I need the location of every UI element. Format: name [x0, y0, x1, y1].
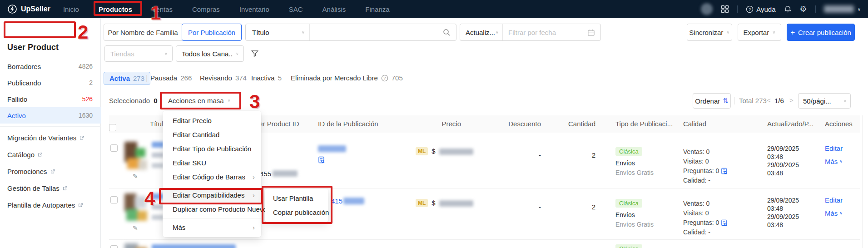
tab-label: Activa [109, 74, 130, 82]
sidebar-item-activo[interactable]: Activo 1630 [0, 107, 101, 124]
publication-id-prefix[interactable]: 415 [331, 197, 342, 205]
more-dropdown[interactable]: Más ∨ [825, 209, 860, 217]
row-checkbox[interactable] [110, 245, 118, 248]
nav-item-inicio[interactable]: Inicio [63, 5, 79, 13]
search-field-value: Título [252, 29, 269, 36]
sidebar-link-plantilla-autopartes[interactable]: Plantilla de Autopartes [0, 197, 101, 213]
view-questions-icon[interactable] [721, 168, 728, 175]
product-title-redacted[interactable] [152, 240, 236, 248]
menu-item-editar-codigo-barras[interactable]: Editar Código de Barras › [163, 170, 261, 184]
tab-activa[interactable]: Activa 273 [104, 72, 150, 85]
nav-item-finanza[interactable]: Finanza [365, 5, 389, 13]
nav-item-compras[interactable]: Compras [192, 5, 220, 13]
create-publication-label: Crear publicación [798, 29, 851, 36]
create-publication-button[interactable]: + Crear publicación [787, 24, 855, 41]
type-badge: Clásica [615, 199, 642, 208]
sidebar-link-migracion-variantes[interactable]: Migración de Variantes [0, 129, 101, 146]
stores-select[interactable]: Tiendas ∨ [104, 45, 173, 62]
nav-item-ventas[interactable]: Ventas [152, 5, 173, 13]
help-circle-icon[interactable]: ? [381, 74, 388, 82]
filter-funnel-icon[interactable] [251, 50, 259, 58]
menu-item-editar-sku[interactable]: Editar SKU [163, 156, 261, 170]
tab-revisando[interactable]: Revisando 374 [200, 74, 247, 82]
edit-link[interactable]: Editar [825, 196, 860, 204]
menu-item-mas[interactable]: Más › [163, 220, 261, 234]
edit-link[interactable]: Editar [825, 144, 860, 152]
notifications-bell-icon[interactable] [784, 5, 792, 13]
nav-item-inventario[interactable]: Inventario [239, 5, 269, 13]
search-input[interactable] [310, 24, 443, 40]
menu-item-editar-cantidad[interactable]: Editar Cantidad [163, 128, 261, 142]
stores-select-value: Tiendas [105, 50, 162, 58]
channels-select-value: Todos los Cana... [176, 50, 233, 58]
published-date: 29/09/2025 [767, 213, 820, 221]
menu-item-editar-compatibilidades[interactable]: Editar Compatibilidades › [163, 188, 261, 202]
date-input[interactable]: Filtrar por fecha [503, 29, 587, 36]
chevron-down-icon: ∨ [164, 51, 168, 55]
filter-by-family-button[interactable]: Por Nombre de Familia [104, 24, 182, 41]
nav-item-sac[interactable]: SAC [289, 5, 303, 13]
next-page-button[interactable]: > [789, 96, 794, 104]
bulk-actions-dropdown[interactable]: Acciones en masa ∨ [168, 97, 231, 104]
product-thumbnail[interactable] [124, 142, 147, 170]
search-icon[interactable] [443, 29, 451, 36]
search-field-select[interactable]: Título ∨ [246, 24, 310, 40]
menu-item-duplicar-producto[interactable]: Duplicar como Producto Nuevo [163, 202, 261, 216]
menu-item-label: Editar Precio [173, 117, 212, 124]
sidebar-item-fallido[interactable]: Fallido 526 [0, 91, 101, 107]
tab-eliminada[interactable]: Eliminada por Mercado Libre ? 705 [291, 74, 403, 82]
tab-inactiva[interactable]: Inactiva 5 [251, 74, 282, 82]
chevron-down-icon: ∨ [302, 30, 305, 34]
account-menu[interactable]: ∨ [824, 5, 861, 13]
sidebar-link-promociones[interactable]: Promociones [0, 163, 101, 180]
export-label: Exportar [743, 29, 769, 36]
sidebar-link-catalogo[interactable]: Catálogo [0, 146, 101, 163]
menu-item-editar-precio[interactable]: Editar Precio [163, 114, 261, 128]
publication-id-redacted[interactable] [318, 145, 346, 152]
view-questions-icon[interactable] [721, 219, 728, 227]
menu-item-editar-tipo-publicacion[interactable]: Editar Tipo de Publicación [163, 142, 261, 156]
view-publication-icon[interactable] [318, 156, 393, 164]
sync-button[interactable]: Sincronizar ∨ [687, 24, 732, 41]
tab-pausada[interactable]: Pausada 266 [150, 74, 192, 82]
channels-select[interactable]: Todos los Cana... ∨ [176, 45, 244, 62]
product-thumbnail[interactable] [124, 193, 147, 222]
submenu-item-copiar-publicacion[interactable]: Copiar publicación [265, 205, 328, 219]
vertical-scrollbar[interactable] [863, 115, 868, 248]
menu-item-label: Duplicar como Producto Nuevo [173, 205, 267, 213]
sidebar-item-publicando[interactable]: Publicando 2 [0, 74, 101, 91]
help-button[interactable]: ? Ayuda [746, 5, 775, 13]
submenu-arrow-icon: › [253, 173, 255, 181]
view-publication-icon[interactable] [318, 209, 393, 217]
export-button[interactable]: Exportar ∨ [738, 24, 781, 41]
edit-pencil-icon[interactable]: ✎ [133, 173, 147, 180]
tab-count: 5 [278, 74, 282, 82]
divider [163, 218, 261, 218]
brand[interactable]: UpSeller [7, 4, 50, 14]
filter-by-publication-button[interactable]: Por Publicación [182, 24, 242, 41]
product-thumbnail[interactable] [124, 243, 147, 248]
row-checkbox[interactable] [110, 144, 118, 152]
more-dropdown[interactable]: Más ∨ [825, 158, 860, 165]
edit-pencil-icon[interactable]: ✎ [133, 224, 147, 232]
apps-grid-icon[interactable] [721, 5, 729, 13]
sidebar-item-borradores[interactable]: Borradores 4826 [0, 58, 101, 74]
prev-page-button[interactable]: < [767, 96, 771, 104]
questions-stat: Preguntas: 0 [683, 167, 719, 175]
col-quality: Calidad [677, 115, 763, 133]
actions-cell: Editar Más ∨ [820, 133, 860, 188]
page-size-select[interactable]: 50/pági... ∨ [798, 93, 851, 109]
sidebar-link-gestion-tallas[interactable]: Gestión de Tallas [0, 180, 101, 197]
select-all-checkbox[interactable] [109, 124, 116, 131]
sort-button[interactable]: Ordenar ⇅ [693, 93, 731, 109]
date-type-select[interactable]: Actualiz... ∨ [460, 24, 503, 40]
nav-item-analisis[interactable]: Análisis [322, 5, 346, 13]
row-checkbox[interactable] [110, 196, 118, 203]
avatar[interactable] [701, 3, 713, 15]
settings-gear-icon[interactable]: ⚙ [800, 5, 807, 13]
nav-item-productos[interactable]: Productos [99, 5, 132, 13]
mercadolibre-badge: ML [416, 199, 428, 207]
submenu-item-usar-plantilla[interactable]: Usar Plantilla [265, 191, 328, 205]
sidebar-item-label: Fallido [7, 95, 27, 103]
chevron-down-icon: ∨ [236, 51, 239, 55]
